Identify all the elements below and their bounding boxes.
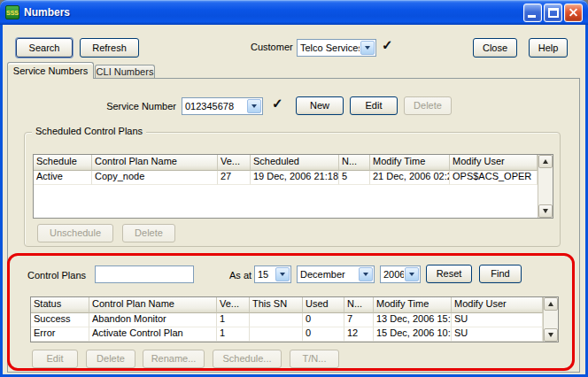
header-cell[interactable]: Modify User xyxy=(450,155,538,171)
edit-button[interactable]: Edit xyxy=(350,96,398,115)
find-button[interactable]: Find xyxy=(479,265,522,283)
scroll-down-icon[interactable] xyxy=(538,204,553,218)
table-row[interactable]: Error Activate Control Plan 1 0 12 15 De… xyxy=(31,327,543,342)
month-combobox[interactable]: December xyxy=(297,265,375,283)
header-cell[interactable]: Schedule xyxy=(34,155,92,171)
scheduled-plans-table: Schedule Control Plan Name Ve... Schedul… xyxy=(33,154,553,219)
plan-schedule-button[interactable]: Schedule... xyxy=(213,350,282,368)
tab-cli-numbers[interactable]: CLI Numbers xyxy=(95,65,155,79)
table-row[interactable]: Success Abandon Monitor 1 0 7 13 Dec, 20… xyxy=(31,313,543,327)
plan-delete-button[interactable]: Delete xyxy=(86,350,135,368)
refresh-button[interactable]: Refresh xyxy=(80,38,139,58)
plan-rename-button[interactable]: Rename... xyxy=(143,350,205,368)
table-header-row: Schedule Control Plan Name Ve... Schedul… xyxy=(34,155,538,171)
window-title: Numbers xyxy=(24,6,523,19)
unschedule-button[interactable]: Unschedule xyxy=(37,224,113,242)
scroll-up-icon[interactable] xyxy=(538,155,553,168)
customer-combobox[interactable]: Telco Services xyxy=(297,39,376,57)
minimize-button[interactable] xyxy=(523,4,542,22)
service-numbers-panel: Service Number 012345678 ✓ New Edit Dele… xyxy=(7,78,580,373)
reset-button[interactable]: Reset xyxy=(426,265,472,283)
customer-value: Telco Services xyxy=(298,42,360,53)
maximize-button[interactable] xyxy=(544,4,562,22)
header-cell[interactable]: Modify Time xyxy=(374,297,452,313)
schedule-delete-button[interactable]: Delete xyxy=(122,224,175,242)
header-cell[interactable]: Modify Time xyxy=(370,155,450,171)
tab-service-numbers[interactable]: Service Numbers xyxy=(7,62,94,79)
header-cell[interactable]: N... xyxy=(344,297,374,313)
title-bar[interactable]: SSS Numbers xyxy=(0,0,588,25)
scroll-down-icon[interactable] xyxy=(544,328,558,342)
scheduled-control-plans-group: Scheduled Control Plans Schedule Control… xyxy=(24,132,561,247)
service-number-check-icon: ✓ xyxy=(272,96,283,112)
header-cell[interactable]: This SN xyxy=(250,297,303,313)
app-icon: SSS xyxy=(5,5,19,19)
table-row[interactable]: Active Copy_node 27 19 Dec, 2006 21:18 5… xyxy=(34,171,538,185)
customer-label: Customer xyxy=(251,42,293,52)
service-number-label: Service Number xyxy=(8,101,176,112)
header-cell[interactable]: Ve... xyxy=(218,155,251,171)
control-plan-filter-input[interactable] xyxy=(95,265,194,283)
plan-edit-button[interactable]: Edit xyxy=(32,350,78,368)
help-button[interactable]: Help xyxy=(529,38,568,58)
header-cell[interactable]: Modify User xyxy=(452,297,543,313)
header-cell[interactable]: N... xyxy=(339,155,370,171)
service-number-combobox[interactable]: 012345678 xyxy=(182,97,263,115)
header-cell[interactable]: Control Plan Name xyxy=(89,297,217,313)
close-button[interactable] xyxy=(564,4,583,22)
dropdown-arrow-icon[interactable] xyxy=(360,41,375,55)
vertical-scrollbar[interactable] xyxy=(538,155,553,218)
dropdown-arrow-icon[interactable] xyxy=(405,267,419,281)
scroll-up-icon[interactable] xyxy=(544,297,558,311)
dropdown-arrow-icon[interactable] xyxy=(359,267,373,281)
header-cell[interactable]: Scheduled xyxy=(251,155,339,171)
service-number-value: 012345678 xyxy=(182,101,246,112)
vertical-scrollbar[interactable] xyxy=(543,297,558,342)
minimize-icon xyxy=(528,15,536,18)
header-cell[interactable]: Control Plan Name xyxy=(92,155,218,171)
dropdown-arrow-icon[interactable] xyxy=(275,267,290,281)
table-header-row: Status Control Plan Name Ve... This SN U… xyxy=(31,297,543,313)
as-at-label: As at xyxy=(229,270,251,281)
customer-check-icon: ✓ xyxy=(382,37,393,53)
delete-button[interactable]: Delete xyxy=(404,96,452,115)
header-cell[interactable]: Ve... xyxy=(217,297,250,313)
control-plans-label: Control Plans xyxy=(27,270,86,281)
header-cell[interactable]: Used xyxy=(303,297,344,313)
year-combobox[interactable]: 2006 xyxy=(380,265,421,283)
numbers-window: SSS Numbers Search Refresh Customer Telc… xyxy=(0,0,588,377)
dropdown-arrow-icon[interactable] xyxy=(247,99,261,113)
close-dialog-button[interactable]: Close xyxy=(473,38,517,58)
search-button[interactable]: Search xyxy=(16,38,73,58)
window-body: Search Refresh Customer Telco Services ✓… xyxy=(3,25,585,374)
day-combobox[interactable]: 15 xyxy=(254,265,291,283)
plan-tn-button[interactable]: T/N... xyxy=(290,350,339,368)
maximize-icon xyxy=(548,8,559,18)
groupbox-title: Scheduled Control Plans xyxy=(32,126,146,136)
new-button[interactable]: New xyxy=(296,96,344,115)
control-plans-table: Status Control Plan Name Ve... This SN U… xyxy=(30,296,559,342)
header-cell[interactable]: Status xyxy=(31,297,89,313)
